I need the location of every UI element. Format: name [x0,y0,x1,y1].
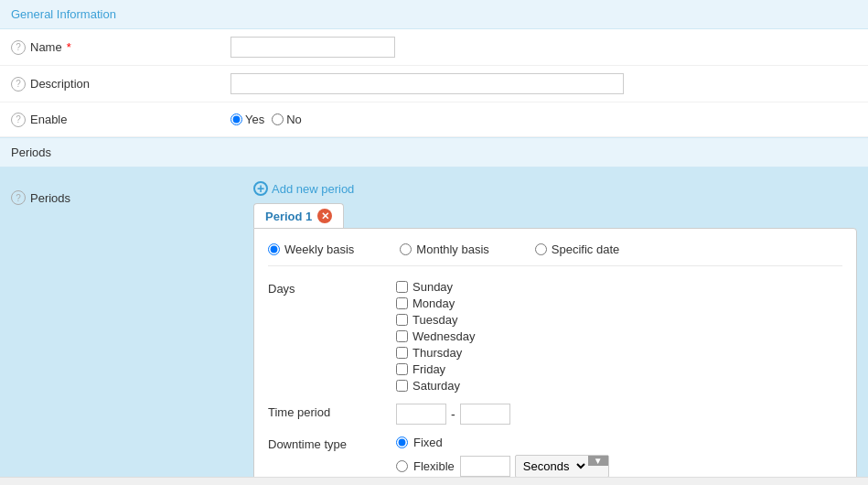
period-1-close-icon[interactable]: ✕ [317,209,332,223]
periods-label-col: ? Periods [11,190,70,205]
thursday-checkbox-label[interactable]: Thursday [396,346,475,360]
description-row: ? Description [0,66,868,102]
page-wrapper: General Information ? Name * ? Descripti… [0,0,868,485]
thursday-label: Thursday [413,346,462,360]
time-end-input[interactable] [460,404,510,425]
enable-yes-text: Yes [245,113,264,126]
time-start-input[interactable] [396,404,446,425]
flexible-value-input[interactable] [460,456,510,477]
name-help-icon: ? [11,40,26,55]
name-label-col: ? Name * [11,40,230,55]
time-period-label: Time period [268,404,396,419]
flexible-radio[interactable] [396,460,408,472]
add-period-icon: + [253,181,268,196]
monday-checkbox-label[interactable]: Monday [396,296,475,310]
friday-checkbox[interactable] [396,363,408,375]
monthly-basis-label: Monthly basis [416,242,488,256]
enable-no-radio[interactable] [272,113,284,125]
fixed-option-label[interactable]: Fixed [396,436,609,449]
tuesday-label: Tuesday [413,313,457,327]
weekly-basis-radio[interactable] [268,243,280,255]
specific-date-label: Specific date [552,242,619,256]
basis-row: Weekly basis Monthly basis Specific date [268,242,842,266]
days-checkboxes: Sunday Monday Tuesday Wednesday [396,280,475,393]
weekly-basis-label: Weekly basis [284,242,354,256]
wednesday-checkbox-label[interactable]: Wednesday [396,329,475,343]
periods-help-icon: ? [11,190,26,205]
description-input[interactable] [230,73,624,94]
monday-checkbox[interactable] [396,297,408,309]
period-1-content: Weekly basis Monthly basis Specific date… [253,228,857,485]
flexible-option-label[interactable]: Flexible Seconds Minutes Hours ▼ [396,455,609,478]
name-input[interactable] [230,37,395,58]
enable-help-icon: ? [11,113,26,127]
downtime-options: Fixed Flexible Seconds Minutes [396,436,609,478]
thursday-checkbox[interactable] [396,347,408,359]
flexible-label: Flexible [413,459,455,473]
monday-label: Monday [413,296,455,310]
sunday-checkbox[interactable] [396,281,408,293]
wednesday-checkbox[interactable] [396,330,408,342]
periods-left: ? Periods [11,181,240,485]
general-info-title[interactable]: General Information [11,7,116,21]
page-footer: Save Reset [0,477,868,485]
enable-no-text: No [286,113,302,126]
specific-date-option[interactable]: Specific date [535,242,619,256]
enable-label-col: ? Enable [11,113,230,127]
tuesday-checkbox[interactable] [396,314,408,326]
add-period-text: Add new period [272,182,354,196]
name-required: * [67,40,71,54]
name-row: ? Name * [0,29,868,66]
period-1-tab-label: Period 1 [265,210,312,223]
time-period-row: Time period - [268,404,842,425]
downtime-type-row: Downtime type Fixed Flexible [268,436,842,478]
saturday-checkbox[interactable] [396,380,408,392]
specific-date-radio[interactable] [535,243,547,255]
period-1-tab[interactable]: Period 1 ✕ [253,203,344,228]
description-label: Description [30,77,90,91]
sunday-checkbox-label[interactable]: Sunday [396,280,475,294]
enable-radio-group: Yes No [230,113,302,126]
fixed-radio[interactable] [396,436,408,448]
general-info-header: General Information [0,0,868,29]
fixed-label: Fixed [413,436,443,449]
flexible-controls: Seconds Minutes Hours ▼ [460,455,609,478]
enable-yes-label[interactable]: Yes [230,113,264,126]
friday-label: Friday [413,362,445,376]
days-row: Days Sunday Monday Tuesday [268,280,842,393]
wednesday-label: Wednesday [413,329,475,343]
periods-header: Periods [0,137,868,167]
enable-yes-radio[interactable] [230,113,242,125]
friday-checkbox-label[interactable]: Friday [396,362,475,376]
enable-label: Enable [30,113,67,126]
monthly-basis-radio[interactable] [400,243,412,255]
time-separator: - [451,407,455,422]
periods-right: + Add new period Period 1 ✕ Weekly basis [253,181,857,485]
enable-no-label[interactable]: No [272,113,302,126]
description-label-col: ? Description [11,77,230,92]
time-period-inputs: - [396,404,510,425]
enable-row: ? Enable Yes No [0,102,868,137]
periods-title: Periods [11,146,51,159]
add-period-link[interactable]: + Add new period [253,181,857,196]
periods-body: ? Periods + Add new period Period 1 ✕ [0,167,868,485]
tuesday-checkbox-label[interactable]: Tuesday [396,313,475,327]
periods-label: Periods [30,191,70,205]
weekly-basis-option[interactable]: Weekly basis [268,242,354,256]
dropdown-caret-icon[interactable]: ▼ [588,456,608,466]
monthly-basis-option[interactable]: Monthly basis [400,242,488,256]
downtime-type-label: Downtime type [268,436,396,451]
days-label: Days [268,280,396,296]
description-help-icon: ? [11,77,26,92]
name-label: Name [30,40,62,54]
period-tabs: Period 1 ✕ [253,203,857,228]
seconds-dropdown-wrapper: Seconds Minutes Hours ▼ [515,455,609,478]
seconds-select[interactable]: Seconds Minutes Hours [516,456,588,477]
sunday-label: Sunday [413,280,453,294]
saturday-checkbox-label[interactable]: Saturday [396,379,475,393]
saturday-label: Saturday [413,379,460,393]
